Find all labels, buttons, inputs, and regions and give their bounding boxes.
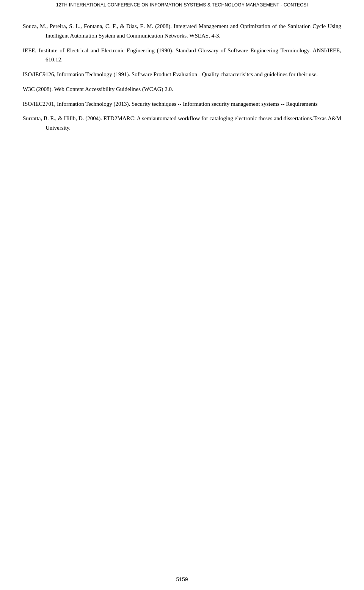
- page-number: 5159: [176, 576, 188, 582]
- reference-2: IEEE, Institute of Electrical and Electr…: [23, 46, 341, 65]
- reference-1: Souza, M., Pereira, S. L., Fontana, C. F…: [23, 22, 341, 41]
- page-header: 12th INTERNATIONAL CONFERENCE ON INFORMA…: [0, 0, 364, 10]
- content-area: Souza, M., Pereira, S. L., Fontana, C. F…: [0, 10, 364, 161]
- reference-4: W3C (2008). Web Content Accessibility Gu…: [23, 85, 341, 94]
- header-text: 12th INTERNATIONAL CONFERENCE ON INFORMA…: [56, 2, 308, 8]
- reference-5: ISO/IEC2701, Information Technology (201…: [23, 99, 341, 109]
- page-footer: 5159: [0, 576, 364, 582]
- reference-6: Surratta, B. E., & Hillb, D. (2004). ETD…: [23, 114, 341, 133]
- page: 12th INTERNATIONAL CONFERENCE ON INFORMA…: [0, 0, 364, 590]
- reference-3: ISO/IEC9126, Information Technology (199…: [23, 70, 341, 79]
